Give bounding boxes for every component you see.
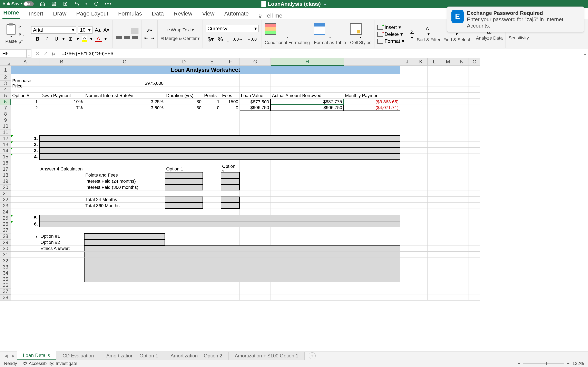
- column-header-I[interactable]: I: [344, 58, 400, 66]
- cell-L3[interactable]: [428, 80, 441, 86]
- cell-A18[interactable]: [11, 172, 39, 178]
- column-header-D[interactable]: D: [165, 58, 203, 66]
- cell-M22[interactable]: [441, 197, 455, 203]
- cell-E27[interactable]: [203, 227, 221, 233]
- zoom-out-button[interactable]: −: [518, 361, 520, 366]
- cell-K35[interactable]: [414, 276, 428, 282]
- cell-E21[interactable]: [203, 191, 221, 197]
- cell-I19[interactable]: [344, 178, 400, 184]
- cell-J38[interactable]: [400, 294, 414, 300]
- cell-E10[interactable]: [203, 123, 221, 129]
- cell-N26[interactable]: [455, 221, 469, 227]
- cell-O36[interactable]: [469, 282, 480, 288]
- align-top-right[interactable]: [131, 28, 138, 34]
- cell-C36[interactable]: [84, 282, 165, 288]
- cell-G36[interactable]: [240, 282, 271, 288]
- cell-K11[interactable]: [414, 129, 428, 135]
- decrease-decimal-button[interactable]: ←.00: [247, 37, 257, 42]
- tab-draw[interactable]: Draw: [52, 9, 67, 19]
- cell-L26[interactable]: [428, 221, 441, 227]
- cell-I21[interactable]: [344, 191, 400, 197]
- align-top-left[interactable]: [116, 28, 123, 34]
- cell-K22[interactable]: [414, 197, 428, 203]
- cell-J37[interactable]: [400, 288, 414, 294]
- tab-formulas[interactable]: Formulas: [117, 9, 143, 19]
- cell-D23[interactable]: [165, 203, 203, 209]
- add-sheet-button[interactable]: +: [309, 352, 316, 359]
- cell-B5[interactable]: Down Payment: [39, 92, 84, 99]
- cell-A36[interactable]: [11, 282, 39, 288]
- cell-K33[interactable]: [414, 264, 428, 270]
- cell-G23[interactable]: [240, 203, 271, 209]
- cell-A3[interactable]: Purchase Price: [11, 80, 39, 86]
- cell-K23[interactable]: [414, 203, 428, 209]
- cell-K9[interactable]: [414, 117, 428, 123]
- format-as-table-button[interactable]: ▾Format as Table: [314, 23, 346, 45]
- row-header-34[interactable]: 34: [0, 270, 11, 276]
- row-header-8[interactable]: 8: [0, 111, 11, 117]
- cell-J6[interactable]: [400, 99, 414, 105]
- cell-M18[interactable]: [441, 172, 455, 178]
- cell-I4[interactable]: [344, 86, 400, 92]
- cell-B27[interactable]: [39, 227, 84, 233]
- cell-J30[interactable]: [400, 245, 414, 252]
- cell-B17[interactable]: Answer 4 Calculation: [39, 166, 84, 172]
- row-header-33[interactable]: 33: [0, 264, 11, 270]
- cell-L27[interactable]: [428, 227, 441, 233]
- sheet-nav-next[interactable]: ▶: [9, 353, 17, 358]
- cell-K30[interactable]: [414, 245, 428, 252]
- cell-L21[interactable]: [428, 191, 441, 197]
- cell-C38[interactable]: [84, 294, 165, 300]
- cell-C34[interactable]: [84, 270, 400, 276]
- tab-review[interactable]: Review: [173, 9, 193, 19]
- row-header-32[interactable]: 32: [0, 258, 11, 264]
- cell-A28[interactable]: 7: [11, 233, 39, 239]
- cell-A23[interactable]: [11, 203, 39, 209]
- cell-L6[interactable]: [428, 99, 441, 105]
- cell-K6[interactable]: [414, 99, 428, 105]
- home-icon[interactable]: [40, 1, 45, 7]
- cell-B30[interactable]: Ethics Answer:: [39, 245, 84, 252]
- cell-F5[interactable]: Fees: [221, 92, 240, 99]
- cell-N32[interactable]: [455, 258, 469, 264]
- cell-O35[interactable]: [469, 276, 480, 282]
- cell-N3[interactable]: [455, 80, 469, 86]
- cell-I28[interactable]: [344, 233, 400, 239]
- cell-L37[interactable]: [428, 288, 441, 294]
- cell-M36[interactable]: [441, 282, 455, 288]
- row-header-15[interactable]: 15: [0, 154, 11, 160]
- cell-K24[interactable]: [414, 209, 428, 215]
- cell-N28[interactable]: [455, 233, 469, 239]
- cell-A26[interactable]: 6.: [11, 221, 39, 227]
- cell-F6[interactable]: 1500: [221, 99, 240, 105]
- cell-H5[interactable]: Actual Amount Borrowed: [271, 92, 344, 99]
- cell-I23[interactable]: [344, 203, 400, 209]
- cell-J25[interactable]: [400, 215, 414, 221]
- cell-G8[interactable]: [240, 111, 271, 117]
- row-header-30[interactable]: 30: [0, 245, 11, 252]
- cell-A6[interactable]: 1: [11, 99, 39, 105]
- font-size-select[interactable]: 10▾: [78, 26, 93, 34]
- increase-indent-button[interactable]: ⇥: [151, 36, 155, 41]
- cell-J24[interactable]: [400, 209, 414, 215]
- cell-N36[interactable]: [455, 282, 469, 288]
- cell-N15[interactable]: [455, 154, 469, 160]
- cell-N11[interactable]: [455, 129, 469, 135]
- cell-M28[interactable]: [441, 233, 455, 239]
- cell-M3[interactable]: [441, 80, 455, 86]
- cell-F4[interactable]: [221, 86, 240, 92]
- cell-G7[interactable]: $906,750: [240, 105, 271, 111]
- cell-E3[interactable]: [203, 80, 221, 86]
- cell-L14[interactable]: [428, 148, 441, 154]
- cell-D6[interactable]: 30: [165, 99, 203, 105]
- sheet-nav-prev[interactable]: ◀: [2, 353, 9, 358]
- cell-D28[interactable]: [165, 233, 203, 239]
- cell-G38[interactable]: [240, 294, 271, 300]
- row-header-38[interactable]: 38: [0, 294, 11, 300]
- cell-L22[interactable]: [428, 197, 441, 203]
- cell-B14[interactable]: [39, 148, 400, 154]
- cell-H22[interactable]: [271, 197, 344, 203]
- format-painter-button[interactable]: 🖌: [18, 39, 25, 45]
- enter-formula-button[interactable]: ✓: [44, 51, 48, 57]
- cell-H11[interactable]: [271, 129, 344, 135]
